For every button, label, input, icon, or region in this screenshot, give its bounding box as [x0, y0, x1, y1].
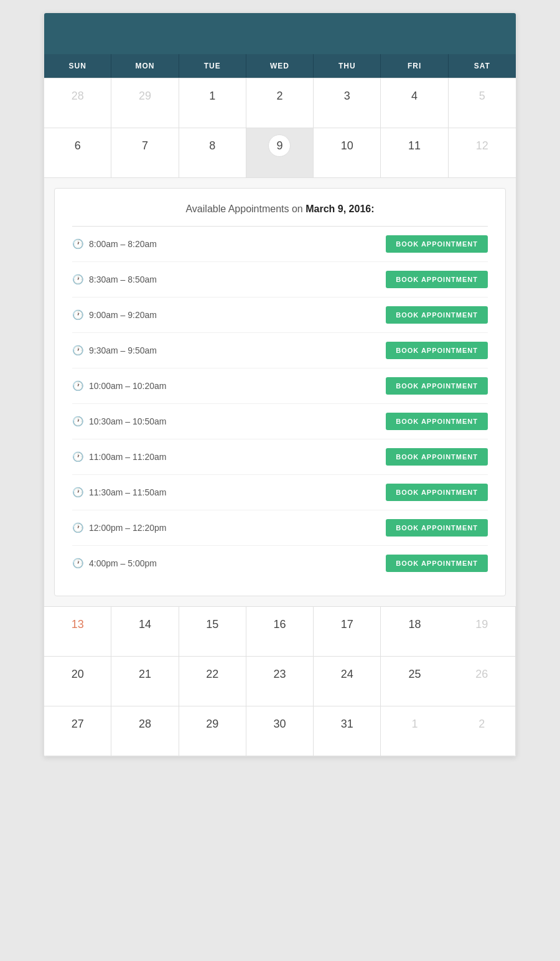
appointment-slot-3: 🕐9:30am – 9:50amBOOK APPOINTMENT	[72, 333, 488, 368]
calendar-cell-24[interactable]: 23	[246, 657, 314, 706]
dow-cell-tue: TUE	[179, 54, 246, 78]
appointment-time: 🕐11:00am – 11:20am	[72, 451, 167, 462]
calendar-cell-19[interactable]: 18	[381, 607, 448, 657]
calendar-cell-0: 28	[44, 78, 111, 128]
book-appointment-button-1[interactable]: BOOK APPOINTMENT	[386, 271, 488, 288]
calendar-cell-6: 5	[449, 78, 516, 128]
appointment-time: 🕐8:30am – 8:50am	[72, 274, 157, 285]
day-number: 5	[471, 85, 493, 107]
calendar-cell-5[interactable]: 4	[381, 78, 448, 128]
calendar-cell-20: 19	[449, 607, 516, 657]
calendar-cell-17[interactable]: 16	[246, 607, 314, 657]
day-number: 31	[336, 713, 358, 735]
book-appointment-button-8[interactable]: BOOK APPOINTMENT	[386, 519, 488, 537]
time-text: 12:00pm – 12:20pm	[89, 523, 167, 533]
calendar-cell-33: 1	[381, 706, 448, 756]
calendar-grid: 2829123456789101112Available Appointment…	[44, 78, 516, 756]
days-of-week-row: SUNMONTUEWEDTHUFRISAT	[44, 54, 516, 78]
calendar-cell-30[interactable]: 29	[179, 706, 246, 756]
book-appointment-button-4[interactable]: BOOK APPOINTMENT	[386, 377, 488, 395]
time-text: 11:00am – 11:20am	[89, 452, 167, 462]
clock-icon: 🕐	[72, 380, 84, 391]
book-appointment-button-9[interactable]: BOOK APPOINTMENT	[386, 555, 488, 572]
calendar-header	[44, 13, 516, 54]
day-number: 30	[268, 713, 291, 735]
time-text: 9:00am – 9:20am	[89, 310, 157, 320]
calendar-cell-4[interactable]: 3	[314, 78, 381, 128]
calendar-cell-11[interactable]: 10	[314, 128, 381, 178]
calendar-cell-28[interactable]: 27	[44, 706, 111, 756]
day-number: 8	[201, 134, 223, 157]
next-month-button[interactable]	[491, 31, 501, 36]
calendar-cell-25[interactable]: 24	[314, 657, 381, 706]
day-number: 26	[470, 663, 493, 685]
appointment-time: 🕐10:30am – 10:50am	[72, 416, 167, 427]
calendar-cell-14[interactable]: 13	[44, 607, 111, 657]
book-appointment-button-7[interactable]: BOOK APPOINTMENT	[386, 484, 488, 501]
day-number: 21	[134, 663, 156, 685]
day-number: 29	[134, 85, 156, 107]
calendar-cell-12[interactable]: 11	[381, 128, 448, 178]
appointment-slot-5: 🕐10:30am – 10:50amBOOK APPOINTMENT	[72, 404, 488, 439]
calendar-cell-22[interactable]: 21	[111, 657, 179, 706]
calendar-cell-29[interactable]: 28	[111, 706, 179, 756]
day-number: 11	[403, 134, 426, 157]
clock-icon: 🕐	[72, 345, 84, 356]
clock-icon: 🕐	[72, 238, 84, 250]
dow-cell-sat: SAT	[449, 54, 516, 78]
appointment-slot-7: 🕐11:30am – 11:50amBOOK APPOINTMENT	[72, 475, 488, 510]
prev-month-button[interactable]	[59, 31, 69, 36]
day-number: 24	[336, 663, 358, 685]
calendar-cell-7[interactable]: 6	[44, 128, 111, 178]
appointment-slot-4: 🕐10:00am – 10:20amBOOK APPOINTMENT	[72, 368, 488, 404]
calendar-cell-32[interactable]: 31	[314, 706, 381, 756]
calendar-cell-10[interactable]: 9	[246, 128, 314, 178]
calendar-cell-3[interactable]: 2	[246, 78, 314, 128]
calendar-cell-2[interactable]: 1	[179, 78, 246, 128]
day-number: 19	[470, 613, 493, 635]
day-number: 18	[404, 613, 426, 635]
calendar-cell-1: 29	[111, 78, 179, 128]
day-number: 22	[201, 663, 223, 685]
book-appointment-button-5[interactable]: BOOK APPOINTMENT	[386, 413, 488, 430]
calendar-cell-34: 2	[449, 706, 516, 756]
day-number: 3	[336, 85, 358, 107]
time-text: 8:00am – 8:20am	[89, 239, 157, 249]
day-number: 7	[134, 134, 156, 157]
dow-cell-fri: FRI	[381, 54, 448, 78]
time-text: 11:30am – 11:50am	[89, 487, 167, 497]
day-number: 6	[67, 134, 89, 157]
calendar-cell-26[interactable]: 25	[381, 657, 448, 706]
calendar-cell-31[interactable]: 30	[246, 706, 314, 756]
book-appointment-button-3[interactable]: BOOK APPOINTMENT	[386, 342, 488, 359]
appointment-list: 🕐8:00am – 8:20amBOOK APPOINTMENT🕐8:30am …	[72, 227, 488, 581]
clock-icon: 🕐	[72, 558, 84, 569]
day-number: 10	[336, 134, 358, 157]
book-appointment-button-0[interactable]: BOOK APPOINTMENT	[386, 235, 488, 253]
book-appointment-button-2[interactable]: BOOK APPOINTMENT	[386, 306, 488, 324]
calendar-cell-21[interactable]: 20	[44, 657, 111, 706]
calendar-cell-15[interactable]: 14	[111, 607, 179, 657]
appointment-time: 🕐10:00am – 10:20am	[72, 380, 167, 391]
day-number: 29	[201, 713, 223, 735]
calendar-cell-23[interactable]: 22	[179, 657, 246, 706]
appointment-slot-2: 🕐9:00am – 9:20amBOOK APPOINTMENT	[72, 298, 488, 333]
calendar-cell-8[interactable]: 7	[111, 128, 179, 178]
clock-icon: 🕐	[72, 416, 84, 427]
calendar-cell-27: 26	[449, 657, 516, 706]
appointment-slot-1: 🕐8:30am – 8:50amBOOK APPOINTMENT	[72, 262, 488, 298]
calendar-cell-18[interactable]: 17	[314, 607, 381, 657]
calendar-cell-13: 12	[449, 128, 516, 178]
day-number: 16	[268, 613, 291, 635]
dow-cell-sun: SUN	[44, 54, 111, 78]
dow-cell-mon: MON	[111, 54, 179, 78]
appointment-time: 🕐4:00pm – 5:00pm	[72, 558, 157, 569]
book-appointment-button-6[interactable]: BOOK APPOINTMENT	[386, 448, 488, 466]
time-text: 10:00am – 10:20am	[89, 381, 167, 391]
day-number: 28	[134, 713, 156, 735]
calendar-cell-16[interactable]: 15	[179, 607, 246, 657]
appointment-panel-title: Available Appointments on March 9, 2016:	[72, 204, 488, 215]
time-text: 10:30am – 10:50am	[89, 416, 167, 426]
calendar-cell-9[interactable]: 8	[179, 128, 246, 178]
day-number: 1	[201, 85, 223, 107]
